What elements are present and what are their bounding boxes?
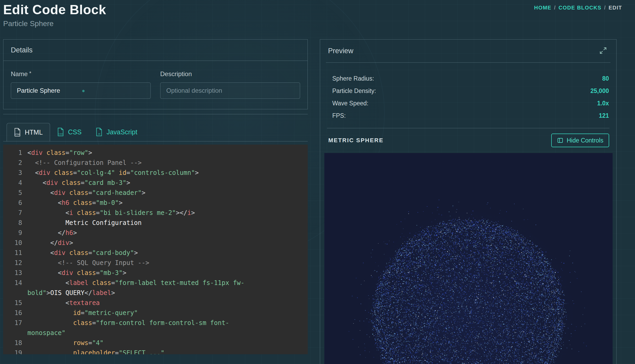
line-number: 10: [3, 238, 27, 248]
line-number: 5: [3, 188, 27, 198]
code-line: 13 <div class="mb-3">: [3, 268, 308, 278]
line-number: 8: [3, 218, 27, 228]
stat-value: 121: [599, 112, 609, 119]
tab-css[interactable]: CSSCSS: [50, 123, 89, 141]
details-form: Name* Description: [3, 61, 307, 99]
required-marker: *: [29, 70, 31, 76]
code-line: 3 <div class="col-lg-4" id="controls-col…: [3, 168, 308, 178]
layout-sidebar-icon: [557, 137, 563, 144]
line-number: 18: [3, 338, 27, 348]
code-line: 5 <div class="card-header">: [3, 188, 308, 198]
line-number: 7: [3, 208, 27, 218]
page-subtitle: Particle Sphere: [3, 19, 106, 28]
line-number: 19: [3, 348, 27, 354]
line-number: 17: [3, 318, 27, 328]
code-lines: 1<div class="row">2 <!-- Configuration P…: [3, 148, 308, 354]
breadcrumb-separator: /: [602, 5, 609, 11]
preview-stats: Sphere Radius:80Particle Density:25,000W…: [320, 63, 616, 124]
breadcrumb-item[interactable]: CODE BLOCKS: [559, 5, 602, 11]
breadcrumb-item: EDIT: [609, 5, 622, 11]
line-number: 12: [3, 258, 27, 268]
page-title: Edit Code Block: [3, 2, 106, 17]
line-number: 1: [3, 148, 27, 158]
file-icon: HTML: [14, 128, 21, 136]
stat-row: Sphere Radius:80: [332, 75, 609, 82]
name-input[interactable]: [11, 82, 151, 99]
breadcrumb-separator: /: [551, 5, 559, 11]
file-icon: JS: [96, 128, 102, 136]
tab-html[interactable]: HTMLHTML: [7, 123, 50, 141]
name-label: Name*: [11, 70, 151, 78]
code-editor-card: HTMLHTMLCSSCSSJSJavaScript 1<div class="…: [3, 114, 308, 354]
line-number: 6: [3, 198, 27, 208]
line-number: 13: [3, 268, 27, 278]
svg-text:JS: JS: [98, 133, 100, 135]
tab-label: HTML: [25, 129, 43, 136]
code-line: 1<div class="row">: [3, 148, 308, 158]
line-number: 2: [3, 158, 27, 168]
stat-row: Particle Density:25,000: [332, 87, 609, 95]
code-line: 8 Metric Configuration: [3, 218, 308, 228]
code-line: 14 <label class="form-label text-muted f…: [3, 278, 308, 298]
stat-label: Particle Density:: [332, 87, 376, 95]
line-number: 3: [3, 168, 27, 178]
breadcrumb: HOME/CODE BLOCKS/EDIT: [534, 5, 622, 11]
hide-controls-label: Hide Controls: [567, 137, 603, 144]
line-number: 16: [3, 308, 27, 318]
line-number: 14: [3, 278, 27, 288]
line-number: 11: [3, 248, 27, 258]
page-header: Edit Code Block Particle Sphere: [3, 2, 106, 28]
code-line: 2 <!-- Configuration Panel -->: [3, 158, 308, 168]
code-line: 12 <!-- SQL Query Input -->: [3, 258, 308, 268]
code-line: 6 <h6 class="mb-0">: [3, 198, 308, 208]
description-input[interactable]: [160, 82, 300, 99]
preview-legend: Preview: [328, 47, 353, 55]
description-field-group: Description: [160, 70, 300, 99]
stat-value: 1.0x: [597, 100, 609, 107]
code-line: 17 class="form-control form-control-sm f…: [3, 318, 308, 338]
sphere-canvas-wrap: [324, 153, 613, 364]
stat-value: 25,000: [590, 87, 609, 95]
details-legend: Details: [3, 40, 307, 61]
line-number: 4: [3, 178, 27, 188]
preview-panel: Preview Sphere Radius:80Particle Density…: [320, 39, 617, 364]
line-number: 15: [3, 298, 27, 308]
stat-label: Sphere Radius:: [332, 75, 374, 82]
hide-controls-button[interactable]: Hide Controls: [551, 134, 609, 147]
code-editor[interactable]: 1<div class="row">2 <!-- Configuration P…: [3, 145, 308, 354]
name-field-group: Name*: [11, 70, 151, 99]
code-line: 19 placeholder="SELECT ...": [3, 348, 308, 354]
stat-row: Wave Speed:1.0x: [332, 100, 609, 107]
file-icon: CSS: [57, 128, 64, 136]
code-line: 4 <div class="card mb-3">: [3, 178, 308, 188]
details-panel: Details Name* Description: [3, 39, 308, 109]
tab-label: JavaScript: [106, 128, 137, 136]
description-label: Description: [160, 70, 300, 78]
code-line: 7 <i class="bi bi-sliders me-2"></i>: [3, 208, 308, 218]
code-line: 9 </h6>: [3, 228, 308, 238]
editor-tabs: HTMLHTMLCSSCSSJSJavaScript: [3, 123, 308, 141]
stat-label: Wave Speed:: [332, 100, 368, 107]
code-line: 15 <textarea: [3, 298, 308, 308]
code-line: 18 rows="4": [3, 338, 308, 348]
code-line: 11 <div class="card-body">: [3, 248, 308, 258]
collapse-preview-button[interactable]: [598, 45, 608, 57]
breadcrumb-item[interactable]: HOME: [534, 5, 551, 11]
code-line: 10 </div>: [3, 238, 308, 248]
stat-value: 80: [602, 75, 609, 82]
svg-text:CSS: CSS: [58, 133, 63, 135]
metric-sphere-header: METRIC SPHERE Hide Controls: [320, 128, 616, 147]
stat-label: FPS:: [332, 112, 346, 119]
tab-label: CSS: [68, 128, 81, 136]
line-number: 9: [3, 228, 27, 238]
metric-sphere-title: METRIC SPHERE: [328, 137, 384, 144]
tab-javascript[interactable]: JSJavaScript: [89, 123, 144, 141]
sphere-canvas[interactable]: [324, 153, 613, 364]
code-line: 16 id="metric-query": [3, 308, 308, 318]
collapse-arrows-icon: [599, 46, 607, 55]
preview-header: Preview: [326, 40, 610, 63]
stat-row: FPS:121: [332, 112, 609, 119]
svg-text:HTML: HTML: [14, 133, 20, 135]
